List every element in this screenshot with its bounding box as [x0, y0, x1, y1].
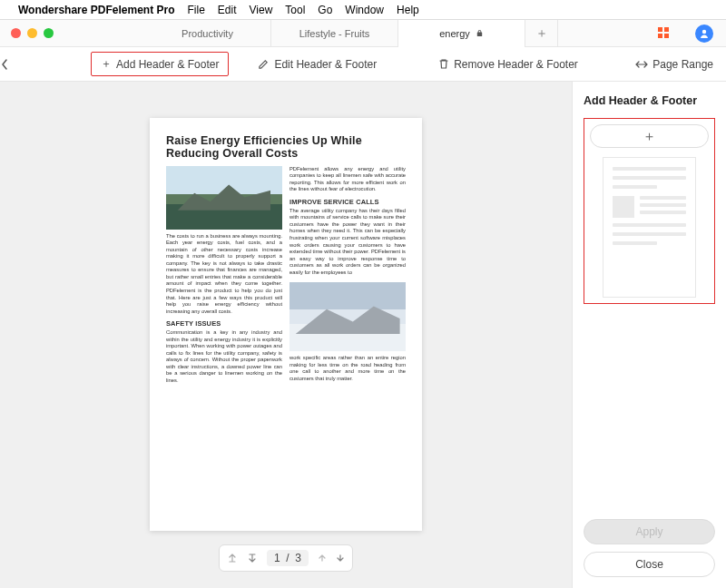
menu-edit[interactable]: Edit	[218, 4, 237, 16]
header-footer-toolbar: ＋ Add Header & Footer Edit Header & Foot…	[0, 47, 726, 82]
svg-rect-1	[664, 27, 669, 32]
last-page-button[interactable]	[247, 553, 258, 564]
subheading: IMPROVE SERVICE CALLS	[289, 198, 406, 206]
remove-header-footer-button[interactable]: Remove Header & Footer	[429, 54, 587, 74]
thumb-line	[640, 203, 686, 207]
body-text: work specific areas rather than an entir…	[289, 355, 406, 382]
plus-icon: ＋	[643, 128, 656, 145]
thumb-line	[640, 211, 686, 214]
body-text: Communication is a key in any industry a…	[166, 329, 282, 384]
menu-help[interactable]: Help	[397, 4, 419, 16]
svg-rect-3	[664, 34, 669, 38]
current-page: 1	[274, 552, 280, 564]
tab-energy[interactable]: energy	[398, 20, 525, 47]
thumb-line	[613, 232, 686, 236]
body-text: PDFelement allows any energy and utility…	[289, 166, 406, 193]
close-window-icon[interactable]	[11, 28, 21, 38]
first-page-button[interactable]	[227, 553, 238, 564]
window-tabrow: Productivity Lifestyle - Fruits energy ＋	[0, 20, 726, 47]
tab-label: Productivity	[182, 28, 233, 39]
body-text: The average utility company has their da…	[289, 208, 406, 276]
new-tab-button[interactable]: ＋	[525, 20, 558, 47]
menu-go[interactable]: Go	[318, 4, 332, 16]
page-navigator: 1 / 3	[219, 544, 353, 572]
app-grid-icon[interactable]	[657, 26, 672, 41]
menu-tool[interactable]: Tool	[285, 4, 305, 16]
thumb-line	[640, 196, 686, 200]
subheading: SAFETY ISSUES	[166, 319, 282, 328]
back-button[interactable]	[0, 58, 36, 71]
menu-view[interactable]: View	[250, 4, 273, 16]
next-page-button[interactable]	[336, 553, 345, 564]
menu-file[interactable]: File	[188, 4, 205, 16]
tab-label: Lifestyle - Fruits	[299, 28, 370, 39]
thumb-line	[613, 176, 686, 180]
image-snow-mountain	[289, 282, 406, 351]
button-label: Add Header & Footer	[116, 58, 219, 71]
thumb-line	[613, 167, 686, 171]
page-range-icon	[635, 59, 648, 70]
svg-point-4	[702, 29, 706, 33]
lock-icon	[476, 29, 484, 37]
app-name[interactable]: Wondershare PDFelement Pro	[18, 4, 175, 16]
tab-productivity[interactable]: Productivity	[144, 20, 271, 47]
button-label: Close	[635, 558, 663, 571]
thumb-line	[613, 223, 686, 227]
traffic-lights	[0, 28, 54, 38]
pencil-icon	[258, 58, 270, 70]
button-label: Remove Header & Footer	[454, 58, 578, 71]
add-header-footer-button[interactable]: ＋ Add Header & Footer	[91, 52, 229, 76]
button-label: Apply	[635, 525, 662, 538]
thumb-line	[613, 241, 657, 245]
plus-icon: ＋	[101, 56, 112, 72]
add-preset-button[interactable]: ＋	[590, 124, 709, 148]
header-footer-presets: ＋	[584, 118, 715, 304]
page-indicator[interactable]: 1 / 3	[267, 550, 309, 566]
zoom-window-icon[interactable]	[44, 28, 54, 38]
thumb-square	[613, 196, 634, 218]
image-mountain	[166, 166, 282, 230]
button-label: Page Range	[652, 58, 713, 71]
page-range-button[interactable]: Page Range	[635, 58, 713, 71]
page-sep: /	[286, 552, 289, 564]
preset-thumbnail[interactable]	[603, 157, 696, 298]
mac-menubar: Wondershare PDFelement Pro File Edit Vie…	[0, 0, 726, 20]
edit-header-footer-button[interactable]: Edit Header & Footer	[249, 54, 386, 74]
trash-icon	[438, 58, 449, 70]
tab-label: energy	[439, 28, 470, 39]
page-title: Raise Energy Efficiencies Up While Reduc…	[166, 134, 406, 161]
user-avatar[interactable]	[695, 24, 713, 43]
close-button[interactable]: Close	[584, 552, 715, 577]
side-panel-title: Add Header & Footer	[584, 94, 715, 107]
button-label: Edit Header & Footer	[274, 58, 377, 71]
total-pages: 3	[295, 552, 301, 564]
document-canvas[interactable]: Raise Energy Efficiencies Up While Reduc…	[0, 82, 572, 588]
side-panel: Add Header & Footer ＋	[572, 82, 726, 588]
apply-button[interactable]: Apply	[584, 519, 715, 544]
menu-window[interactable]: Window	[345, 4, 384, 16]
svg-rect-2	[658, 34, 662, 38]
svg-rect-0	[658, 27, 662, 32]
document-tabs: Productivity Lifestyle - Fruits energy ＋	[144, 20, 558, 47]
thumb-line	[613, 185, 657, 189]
tab-lifestyle-fruits[interactable]: Lifestyle - Fruits	[271, 20, 398, 47]
body-text: The costs to run a business are always m…	[166, 233, 282, 315]
prev-page-button[interactable]	[318, 553, 327, 564]
main-area: Raise Energy Efficiencies Up While Reduc…	[0, 82, 726, 588]
minimize-window-icon[interactable]	[27, 28, 37, 38]
document-page: Raise Energy Efficiencies Up While Reduc…	[150, 118, 422, 531]
